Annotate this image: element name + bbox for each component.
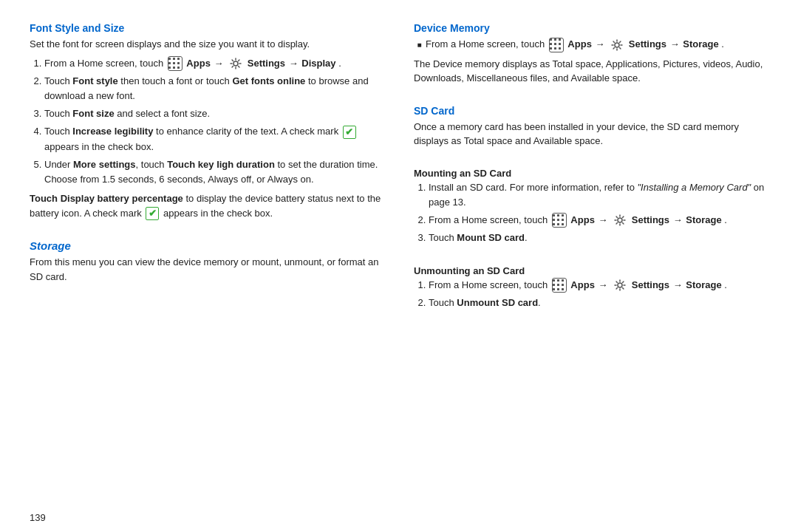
step-1: From a Home screen, touch Apps →	[44, 56, 384, 72]
us1-apps-label: Apps	[570, 279, 595, 290]
settings-icon-3	[613, 213, 627, 228]
step5-text2: , touch	[136, 159, 168, 170]
check-icon-2: ✔	[146, 207, 159, 220]
unmounting-steps: From a Home screen, touch Apps →	[414, 278, 768, 311]
dm-storage-label: Storage	[683, 38, 718, 50]
settings-icon-2	[610, 38, 624, 52]
font-style-steps: From a Home screen, touch Apps →	[30, 56, 384, 188]
ms2-apps-label: Apps	[570, 214, 595, 225]
svg-point-0	[233, 61, 238, 66]
step4-text2: to enhance clarity of the text. A check …	[153, 126, 341, 137]
ms2-storage-label: Storage	[686, 214, 721, 225]
device-memory-section: Device Memory From a Home screen, touch …	[414, 22, 768, 90]
ms1-italic: "Installing a Memory Card"	[638, 182, 751, 193]
mounting-step-2: From a Home screen, touch Apps →	[429, 213, 768, 228]
settings-icon-1	[228, 56, 243, 71]
mounting-step-3: Touch Mount SD card.	[429, 231, 768, 245]
dm-settings-label: Settings	[629, 38, 666, 50]
step3-font-size: Font size	[72, 108, 114, 119]
dm-arrow2: →	[670, 38, 683, 50]
step2-text2: then touch a font or touch	[118, 75, 233, 86]
us2-bold: Unmount SD card	[457, 297, 538, 308]
storage-intro: From this menu you can view the device m…	[30, 255, 384, 284]
apps-icon-1	[168, 56, 183, 71]
dm-apps-label: Apps	[567, 38, 592, 50]
unmounting-step-1: From a Home screen, touch Apps →	[429, 278, 768, 293]
us1-settings-label: Settings	[632, 279, 669, 290]
device-memory-list: From a Home screen, touch Apps →	[414, 37, 768, 52]
touch-display-para: Touch Display battery percentage to disp…	[30, 191, 384, 220]
ms1-text1: Install an SD card. For more information…	[429, 182, 638, 193]
check-mark-1: ✔	[345, 125, 353, 140]
step4-increase: Increase legibility	[72, 126, 153, 137]
check-icon-1: ✔	[343, 126, 356, 139]
device-memory-body: The Device memory displays as Total spac…	[414, 57, 768, 86]
us1-arrow1: →	[598, 279, 610, 290]
step2-font-style: Font style	[72, 75, 117, 86]
step4-text1: Touch	[44, 126, 72, 137]
apps-icon-3	[552, 213, 567, 228]
us1-end: .	[724, 279, 727, 290]
device-memory-item: From a Home screen, touch Apps →	[426, 37, 768, 52]
unmounting-step-2: Touch Unmount SD card.	[429, 296, 768, 310]
ms2-text1: From a Home screen, touch	[429, 214, 550, 225]
step2-text1: Touch	[44, 75, 72, 86]
apps-icon-2	[549, 38, 564, 52]
svg-point-3	[618, 283, 622, 287]
sd-card-body: Once a memory card has been installed in…	[414, 120, 768, 149]
font-style-intro: Set the font for screen displays and the…	[30, 37, 384, 52]
dm-text1: From a Home screen, touch	[426, 38, 548, 50]
settings-icon-4	[613, 278, 627, 293]
dm-end: .	[721, 38, 724, 50]
step5-more-settings: More settings	[73, 159, 136, 170]
step5-text1: Under	[44, 159, 73, 170]
step-5: Under More settings, touch Touch key lig…	[44, 157, 384, 187]
step-3: Touch Font size and select a font size.	[44, 106, 384, 121]
font-style-title: Font Style and Size	[30, 22, 384, 34]
touch-display-end: appears in the check box.	[163, 208, 273, 219]
step4-text3: appears in the check box.	[44, 141, 154, 152]
us2-text1: Touch	[429, 297, 457, 308]
step5-touch-key: Touch key ligh duration	[167, 159, 275, 170]
us1-text1: From a Home screen, touch	[429, 279, 550, 290]
ms2-settings-label: Settings	[632, 214, 669, 225]
storage-section: Storage From this menu you can view the …	[30, 239, 384, 288]
step3-text1: Touch	[44, 108, 72, 119]
page-footer: 139	[0, 506, 798, 532]
touch-display-bold: Touch Display battery percentage	[30, 193, 183, 204]
us1-arrow2: →	[673, 279, 686, 290]
font-style-section: Font Style and Size Set the font for scr…	[30, 22, 384, 225]
dm-arrow1: →	[595, 38, 607, 50]
step1-text1: From a Home screen, touch	[44, 58, 166, 69]
mounting-section: Mounting an SD Card Install an SD card. …	[414, 168, 768, 250]
step3-text2: and select a font size.	[115, 108, 210, 119]
mounting-step-1: Install an SD card. For more information…	[429, 180, 768, 210]
sd-card-section: SD Card Once a memory card has been inst…	[414, 105, 768, 153]
left-column: Font Style and Size Set the font for scr…	[30, 22, 384, 491]
step1-apps-label: Apps	[186, 58, 211, 69]
step1-arrow2: →	[289, 58, 301, 69]
us1-storage-label: Storage	[686, 279, 721, 290]
svg-point-1	[615, 43, 619, 47]
ms3-end: .	[525, 232, 528, 243]
step1-arrow1: →	[214, 58, 226, 69]
ms2-arrow1: →	[598, 214, 610, 225]
step2-get-fonts: Get fonts online	[232, 75, 305, 86]
right-column: Device Memory From a Home screen, touch …	[414, 22, 768, 491]
step1-display-label: Display	[301, 58, 335, 69]
mounting-steps: Install an SD card. For more information…	[414, 180, 768, 246]
step-2: Touch Font style then touch a font or to…	[44, 74, 384, 103]
svg-point-2	[618, 218, 622, 222]
sd-card-title: SD Card	[414, 105, 768, 117]
ms2-arrow2: →	[673, 214, 686, 225]
ms3-bold: Mount SD card	[457, 232, 525, 243]
unmounting-section: Unmounting an SD Card From a Home screen…	[414, 265, 768, 316]
unmounting-title: Unmounting an SD Card	[414, 265, 768, 276]
mounting-title: Mounting an SD Card	[414, 168, 768, 179]
page-number: 139	[30, 512, 46, 523]
apps-icon-4	[552, 278, 567, 293]
us2-end: .	[538, 297, 541, 308]
ms2-end: .	[724, 214, 727, 225]
device-memory-title: Device Memory	[414, 22, 768, 34]
step1-settings-label: Settings	[248, 58, 285, 69]
